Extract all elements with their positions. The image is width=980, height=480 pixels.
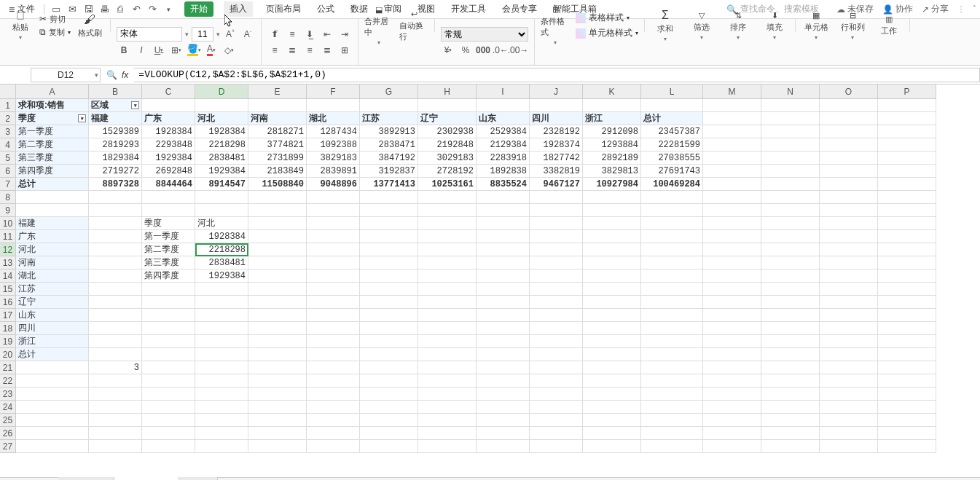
cell-J24[interactable] xyxy=(530,401,583,414)
row-header-6[interactable]: 6 xyxy=(0,165,16,178)
cell-M18[interactable] xyxy=(703,322,761,335)
cell-H17[interactable] xyxy=(418,309,477,322)
font-color-icon[interactable]: A▾ xyxy=(204,43,219,58)
cell-D16[interactable] xyxy=(195,296,248,309)
cell-C11[interactable]: 第一季度 xyxy=(142,230,195,243)
sheet-tab-2[interactable]: 面板 xyxy=(179,477,218,480)
paste-button[interactable]: 粘贴▾ xyxy=(6,10,35,41)
cell-G23[interactable] xyxy=(360,387,418,401)
cell-O19[interactable] xyxy=(820,335,878,348)
cell-A9[interactable] xyxy=(16,204,89,217)
cell-C8[interactable] xyxy=(142,191,195,204)
cell-M21[interactable] xyxy=(703,361,761,374)
col-header-E[interactable]: E xyxy=(248,84,307,99)
cell-E15[interactable] xyxy=(248,283,307,296)
cell-H19[interactable] xyxy=(418,335,477,348)
cell-A27[interactable] xyxy=(16,440,89,453)
row-header-17[interactable]: 17 xyxy=(0,309,16,322)
cell-O2[interactable] xyxy=(820,112,878,125)
cell-C25[interactable] xyxy=(142,414,195,427)
row-col-button[interactable]: ⊟行和列▾ xyxy=(838,11,867,41)
cell-K8[interactable] xyxy=(583,191,641,204)
cell-D20[interactable] xyxy=(195,348,248,361)
cell-O3[interactable] xyxy=(820,125,878,138)
cell-L7[interactable]: 100469284 xyxy=(641,178,703,191)
worksheet-button[interactable]: ▥工作 xyxy=(874,15,903,36)
cell-K26[interactable] xyxy=(583,427,641,440)
cell-J22[interactable] xyxy=(530,374,583,387)
cell-C13[interactable]: 第三季度 xyxy=(142,256,195,269)
cell-L10[interactable] xyxy=(641,217,703,230)
cell-K12[interactable] xyxy=(583,243,641,256)
fx-icon[interactable]: fx xyxy=(122,70,128,80)
cell-G27[interactable] xyxy=(360,440,418,453)
cell-F11[interactable] xyxy=(307,230,360,243)
cell-P22[interactable] xyxy=(878,374,936,387)
cell-O6[interactable] xyxy=(820,165,878,178)
cell-K19[interactable] xyxy=(583,335,641,348)
cell-C10[interactable]: 季度 xyxy=(142,217,195,230)
cell-C7[interactable]: 8844464 xyxy=(142,178,195,191)
col-header-F[interactable]: F xyxy=(307,84,360,99)
cell-L18[interactable] xyxy=(641,322,703,335)
cell-A1[interactable]: 求和项:销售 xyxy=(16,99,89,112)
row-header-23[interactable]: 23 xyxy=(0,387,16,401)
cell-J23[interactable] xyxy=(530,387,583,401)
cell-M5[interactable] xyxy=(703,152,761,165)
cell-P6[interactable] xyxy=(878,165,936,178)
cell-E24[interactable] xyxy=(248,401,307,414)
cell-K7[interactable]: 10927984 xyxy=(583,178,641,191)
cell-C17[interactable] xyxy=(142,309,195,322)
sum-button[interactable]: Σ求和▾ xyxy=(651,9,680,42)
cell-A5[interactable]: 第三季度 xyxy=(16,152,89,165)
cell-M8[interactable] xyxy=(703,191,761,204)
cell-D5[interactable]: 2838481 xyxy=(195,152,248,165)
cell-P1[interactable] xyxy=(878,99,936,112)
cell-M27[interactable] xyxy=(703,440,761,453)
menu-tab-7[interactable]: 开发工具 xyxy=(448,1,489,17)
cell-N2[interactable] xyxy=(761,112,820,125)
cell-E19[interactable] xyxy=(248,335,307,348)
cell-I25[interactable] xyxy=(477,414,530,427)
cell-P3[interactable] xyxy=(878,125,936,138)
cell-C18[interactable] xyxy=(142,322,195,335)
bold-icon[interactable]: B xyxy=(117,43,131,58)
cell-F1[interactable] xyxy=(307,99,360,112)
cell-F14[interactable] xyxy=(307,269,360,283)
cell-H3[interactable]: 2302938 xyxy=(418,125,477,138)
cell-O10[interactable] xyxy=(820,217,878,230)
cell-A13[interactable]: 河南 xyxy=(16,256,89,269)
cell-C6[interactable]: 2692848 xyxy=(142,165,195,178)
cell-F8[interactable] xyxy=(307,191,360,204)
cell-J5[interactable]: 1827742 xyxy=(530,152,583,165)
cell-G16[interactable] xyxy=(360,296,418,309)
cell-G8[interactable] xyxy=(360,191,418,204)
cell-M26[interactable] xyxy=(703,427,761,440)
collapse-ribbon-icon[interactable]: ˆ xyxy=(973,5,976,13)
cell-G17[interactable] xyxy=(360,309,418,322)
cell-C22[interactable] xyxy=(142,374,195,387)
cell-N8[interactable] xyxy=(761,191,820,204)
cell-K18[interactable] xyxy=(583,322,641,335)
menu-tab-8[interactable]: 会员专享 xyxy=(499,1,540,17)
border-icon[interactable]: ⊞▾ xyxy=(169,43,184,58)
cell-I23[interactable] xyxy=(477,387,530,401)
sheet-tab-1[interactable]: 数据透视表 xyxy=(114,477,179,480)
cell-F22[interactable] xyxy=(307,374,360,387)
cell-J26[interactable] xyxy=(530,427,583,440)
cell-H15[interactable] xyxy=(418,283,477,296)
cell-I27[interactable] xyxy=(477,440,530,453)
cell-L13[interactable] xyxy=(641,256,703,269)
copy-button[interactable]: ⧉复制▾ xyxy=(39,27,71,38)
cell-F12[interactable] xyxy=(307,243,360,256)
redo-icon[interactable]: ↷ xyxy=(145,2,160,17)
cell-B21[interactable]: 3 xyxy=(89,361,142,374)
cell-M20[interactable] xyxy=(703,348,761,361)
cell-J13[interactable] xyxy=(530,256,583,269)
cell-E17[interactable] xyxy=(248,309,307,322)
cell-J4[interactable]: 1928374 xyxy=(530,138,583,152)
row-header-10[interactable]: 10 xyxy=(0,217,16,230)
cell-K22[interactable] xyxy=(583,374,641,387)
collab-button[interactable]: 👤协作 xyxy=(882,3,913,15)
cell-O11[interactable] xyxy=(820,230,878,243)
